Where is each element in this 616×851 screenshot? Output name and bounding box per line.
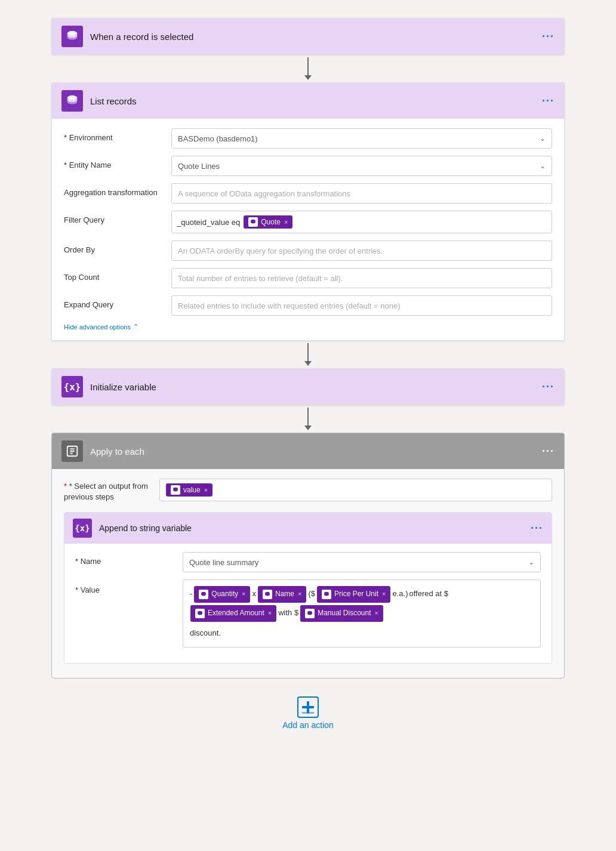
price-token-close[interactable]: × — [382, 588, 386, 600]
initialize-variable-card: {x} Initialize variable ··· — [51, 368, 565, 405]
order-by-label: Order By — [64, 240, 171, 254]
append-icon-box: {x} — [73, 519, 92, 538]
filter-query-input[interactable]: _quoteid_value eq Quote × — [171, 211, 552, 233]
name-db-icon — [264, 591, 270, 597]
initialize-variable-title: Initialize variable — [90, 382, 542, 392]
initialize-variable-more-options[interactable]: ··· — [542, 381, 555, 393]
apply-to-each-container: Apply to each ··· * * Select an output f… — [51, 433, 565, 679]
offered-text: offered at $ — [409, 586, 448, 602]
trigger-header: When a record is selected ··· — [52, 18, 564, 54]
environment-input[interactable]: BASDemo (basdemo1) ⌄ — [171, 128, 552, 149]
extended-token-close[interactable]: × — [268, 608, 272, 619]
add-action-icon-box — [297, 696, 319, 718]
value-field-input[interactable]: - Quantity — [183, 579, 541, 647]
hide-advanced-link[interactable]: Hide advanced options ⌃ — [64, 323, 552, 331]
select-output-label-text: * Select an output from previous steps — [64, 482, 148, 501]
apply-to-each-title: Apply to each — [90, 446, 542, 457]
append-to-string-title: Append to string variable — [99, 523, 531, 533]
aggregation-placeholder: A sequence of OData aggregation transfor… — [178, 189, 350, 198]
value-token-label: value — [183, 486, 201, 494]
apply-to-each-body: * * Select an output from previous steps — [52, 469, 564, 678]
quantity-token: Quantity × — [194, 586, 250, 603]
qty-db-icon — [201, 591, 207, 597]
arrow-3 — [304, 408, 312, 430]
select-output-row: * * Select an output from previous steps — [64, 479, 552, 502]
aggregation-label: Aggregation transformation — [64, 183, 171, 197]
caret-up-icon: ⌃ — [133, 323, 138, 331]
manual-token-close[interactable]: × — [375, 608, 378, 619]
environment-chevron: ⌄ — [540, 134, 546, 143]
arrow-line-2 — [307, 343, 309, 361]
expand-query-placeholder: Related entries to include with requeste… — [178, 301, 401, 310]
name-token: Name × — [258, 586, 306, 603]
manual-token-icon — [305, 609, 315, 618]
list-records-icon-box — [61, 90, 83, 112]
expand-query-input[interactable]: Related entries to include with requeste… — [171, 295, 552, 316]
order-by-row: Order By An ODATA orderBy query for spec… — [64, 240, 552, 261]
extended-token-icon — [195, 609, 205, 618]
price-per-unit-token: Price Per Unit × — [317, 586, 390, 603]
arrow-2 — [304, 343, 312, 366]
initialize-variable-icon-box: {x} — [61, 376, 83, 397]
name-token-label: Name — [275, 588, 294, 601]
top-count-input[interactable]: Total number of entries to retrieve (def… — [171, 268, 552, 288]
append-to-string-card: {x} Append to string variable ··· * Name… — [64, 512, 552, 663]
arrow-line-3 — [307, 408, 309, 426]
list-records-card: List records ··· * Environment BASDemo (… — [51, 82, 565, 341]
add-action-button[interactable]: Add an action — [282, 696, 334, 730]
filter-token-icon — [248, 217, 258, 227]
order-by-input[interactable]: An ODATA orderBy query for specifying th… — [171, 240, 552, 261]
entity-name-row: * Entity Name Quote Lines ⌄ — [64, 156, 552, 176]
expand-query-label: Expand Query — [64, 295, 171, 309]
add-action-label: Add an action — [282, 720, 334, 730]
name-field-label: * Name — [75, 552, 183, 566]
manual-discount-label: Manual Discount — [318, 607, 371, 620]
name-chevron: ⌄ — [528, 558, 534, 566]
name-row: * Name Quote line summary ⌄ — [75, 552, 541, 572]
extended-amount-label: Extended Amount — [208, 607, 264, 620]
filter-query-prefix: _quoteid_value eq — [177, 218, 240, 227]
apply-to-each-more-options[interactable]: ··· — [542, 445, 555, 458]
value-token-icon — [171, 485, 180, 495]
arrow-1 — [304, 57, 312, 80]
name-token-icon — [263, 590, 272, 599]
append-more-options[interactable]: ··· — [531, 522, 543, 535]
svg-rect-11 — [307, 701, 309, 713]
arrow-line-1 — [307, 57, 309, 75]
trigger-icon-box — [61, 26, 83, 47]
trigger-more-options[interactable]: ··· — [542, 30, 555, 43]
environment-label: * Environment — [64, 128, 171, 142]
dash-text: - — [190, 586, 192, 602]
qty-token-icon — [199, 590, 208, 599]
top-count-label: Top Count — [64, 268, 171, 282]
svg-rect-12 — [302, 712, 314, 714]
list-records-body: * Environment BASDemo (basdemo1) ⌄ * Ent… — [52, 119, 564, 340]
value-row: * Value - — [75, 579, 541, 647]
price-token-icon — [322, 590, 331, 599]
aggregation-input[interactable]: A sequence of OData aggregation transfor… — [171, 183, 552, 204]
extended-db-icon — [197, 610, 203, 616]
curly-brace-icon: {x} — [64, 381, 81, 393]
value-token-db-icon — [173, 487, 178, 493]
arrow-head-2 — [304, 361, 312, 366]
trigger-title: When a record is selected — [90, 32, 542, 42]
name-token-close[interactable]: × — [298, 588, 301, 600]
filter-token-db-icon — [250, 219, 256, 225]
top-count-placeholder: Total number of entries to retrieve (def… — [178, 274, 343, 283]
entity-name-input[interactable]: Quote Lines ⌄ — [171, 156, 552, 176]
select-output-field[interactable]: value × — [159, 479, 552, 501]
entity-chevron: ⌄ — [540, 162, 546, 170]
value-token-close[interactable]: × — [204, 486, 208, 494]
value-token: value × — [166, 483, 212, 497]
filter-token-close[interactable]: × — [284, 218, 288, 226]
list-records-db-icon — [66, 94, 79, 107]
aggregation-row: Aggregation transformation A sequence of… — [64, 183, 552, 204]
expand-query-row: Expand Query Related entries to include … — [64, 295, 552, 316]
list-records-more-options[interactable]: ··· — [542, 95, 555, 107]
name-input[interactable]: Quote line summary ⌄ — [183, 552, 541, 572]
name-value: Quote line summary — [189, 558, 258, 567]
page-container: When a record is selected ··· List recor… — [0, 0, 616, 851]
list-records-title: List records — [90, 96, 542, 106]
loop-icon — [66, 445, 79, 458]
quantity-token-close[interactable]: × — [242, 588, 245, 600]
